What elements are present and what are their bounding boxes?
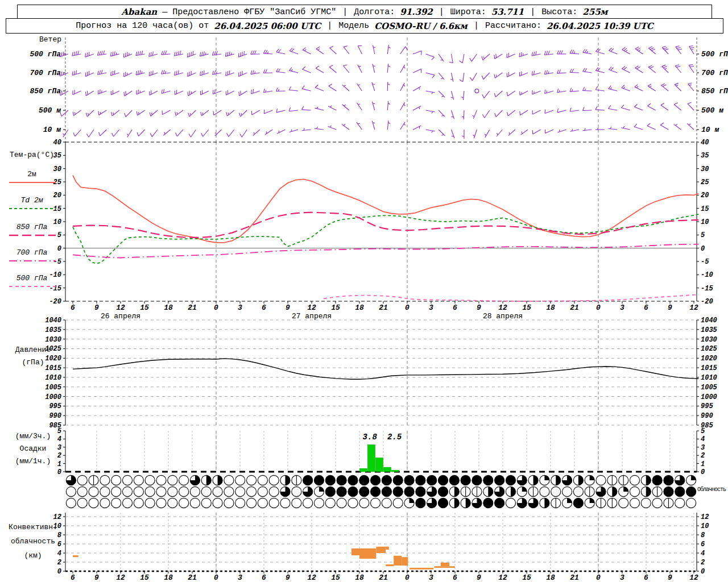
svg-text:6: 6 xyxy=(57,541,61,548)
wind-barb-row-0 xyxy=(60,45,694,63)
conv-cloud-box xyxy=(73,555,78,557)
svg-text:9: 9 xyxy=(477,573,481,582)
svg-text:3: 3 xyxy=(238,573,242,582)
svg-text:10: 10 xyxy=(53,522,61,530)
wind-barb-row-2 xyxy=(60,82,694,100)
series-700 гПа xyxy=(73,244,698,258)
svg-text:21: 21 xyxy=(570,573,579,582)
svg-text:21: 21 xyxy=(188,573,197,582)
svg-text:3: 3 xyxy=(701,444,705,452)
svg-text:12: 12 xyxy=(689,304,698,312)
svg-text:5: 5 xyxy=(701,231,705,239)
wind-panel: 500 гПа500 гПа700 гПа700 гПа850 гПа850 г… xyxy=(30,38,728,142)
svg-text:6: 6 xyxy=(262,573,266,582)
svg-text:30: 30 xyxy=(53,165,61,173)
precip-bar xyxy=(384,467,391,472)
svg-text:12: 12 xyxy=(701,513,709,521)
wind-barb-row-3 xyxy=(60,101,694,119)
svg-text:6: 6 xyxy=(701,541,705,548)
svg-text:700 гПа: 700 гПа xyxy=(30,69,61,77)
svg-text:12: 12 xyxy=(116,304,125,312)
svg-text:500 гПа: 500 гПа xyxy=(701,50,728,59)
svg-text:15: 15 xyxy=(701,205,709,213)
svg-text:3.8: 3.8 xyxy=(363,433,378,442)
precip-panel: 5544332211003.82.5 xyxy=(57,427,705,476)
svg-text:12: 12 xyxy=(307,304,316,312)
svg-text:1000: 1000 xyxy=(45,393,61,401)
svg-text:1010: 1010 xyxy=(45,374,61,382)
svg-text:18: 18 xyxy=(355,573,364,582)
svg-text:2: 2 xyxy=(701,559,705,567)
svg-text:9: 9 xyxy=(477,304,481,312)
svg-text:2.5: 2.5 xyxy=(387,433,402,442)
svg-text:18: 18 xyxy=(546,573,555,582)
svg-text:-15: -15 xyxy=(49,285,61,293)
svg-text:1000: 1000 xyxy=(701,393,717,401)
svg-text:1020: 1020 xyxy=(45,355,61,363)
svg-text:10 м: 10 м xyxy=(43,126,61,134)
svg-text:1030: 1030 xyxy=(701,336,717,344)
svg-text:10 м: 10 м xyxy=(701,126,719,134)
svg-text:2: 2 xyxy=(57,452,61,460)
svg-text:6: 6 xyxy=(644,304,648,312)
svg-text:500 м: 500 м xyxy=(39,106,61,115)
svg-text:8: 8 xyxy=(701,531,705,539)
svg-text:1020: 1020 xyxy=(701,355,717,363)
svg-text:0: 0 xyxy=(214,304,218,312)
svg-text:500 м: 500 м xyxy=(701,106,723,115)
svg-text:5: 5 xyxy=(57,427,62,435)
svg-text:995: 995 xyxy=(49,402,61,410)
svg-text:9: 9 xyxy=(668,304,672,312)
svg-text:15: 15 xyxy=(140,573,149,582)
svg-text:3: 3 xyxy=(620,573,624,582)
svg-text:4: 4 xyxy=(701,550,705,558)
svg-text:12: 12 xyxy=(53,513,61,521)
svg-text:-20: -20 xyxy=(701,298,713,306)
svg-text:9: 9 xyxy=(94,304,99,312)
svg-text:1040: 1040 xyxy=(45,317,61,325)
svg-text:1025: 1025 xyxy=(45,345,62,353)
meteogram-page: Abakan — Предоставлено ФГБУ "ЗапСиб УГМС… xyxy=(0,0,728,582)
svg-text:5: 5 xyxy=(701,427,705,435)
svg-text:9: 9 xyxy=(94,573,99,582)
svg-text:6: 6 xyxy=(644,573,648,582)
svg-text:26 апреля: 26 апреля xyxy=(101,312,140,321)
conv-cloud-box xyxy=(402,557,408,566)
svg-text:-10: -10 xyxy=(701,271,713,279)
series-Давление xyxy=(73,359,698,379)
svg-text:20: 20 xyxy=(701,192,709,199)
svg-text:15: 15 xyxy=(53,205,62,213)
svg-text:20: 20 xyxy=(53,192,61,199)
precip-bar xyxy=(360,468,367,472)
svg-text:-20: -20 xyxy=(49,298,61,306)
svg-text:500 гПа: 500 гПа xyxy=(30,50,61,59)
conv-cloud-box xyxy=(376,547,386,553)
svg-text:-5: -5 xyxy=(53,258,62,266)
svg-text:18: 18 xyxy=(355,304,364,312)
svg-text:1: 1 xyxy=(57,460,61,468)
svg-text:1: 1 xyxy=(701,460,705,468)
conv-cloud-box xyxy=(351,548,359,555)
conv-cloud-box xyxy=(386,547,389,550)
svg-text:15: 15 xyxy=(140,304,149,312)
svg-text:990: 990 xyxy=(701,412,713,420)
meteogram-canvas: 500 гПа500 гПа700 гПа700 гПа850 гПа850 г… xyxy=(0,0,728,582)
svg-text:12: 12 xyxy=(689,573,698,582)
svg-text:0: 0 xyxy=(405,304,410,312)
svg-text:1005: 1005 xyxy=(45,384,62,392)
svg-text:21: 21 xyxy=(379,304,388,312)
svg-text:10: 10 xyxy=(701,218,709,226)
precip-bar xyxy=(368,444,375,472)
wind-barb-row-4 xyxy=(63,120,694,139)
series-850 гПа xyxy=(73,213,698,238)
svg-text:0: 0 xyxy=(701,568,705,576)
cloud-row-1 xyxy=(66,487,696,496)
svg-text:6: 6 xyxy=(262,304,266,312)
series-500 гПа xyxy=(324,294,698,301)
svg-text:6: 6 xyxy=(71,573,75,582)
svg-text:1030: 1030 xyxy=(45,336,61,344)
svg-text:-15: -15 xyxy=(701,285,713,293)
svg-text:0: 0 xyxy=(596,304,601,312)
svg-text:990: 990 xyxy=(49,412,61,420)
svg-text:9: 9 xyxy=(286,573,290,582)
